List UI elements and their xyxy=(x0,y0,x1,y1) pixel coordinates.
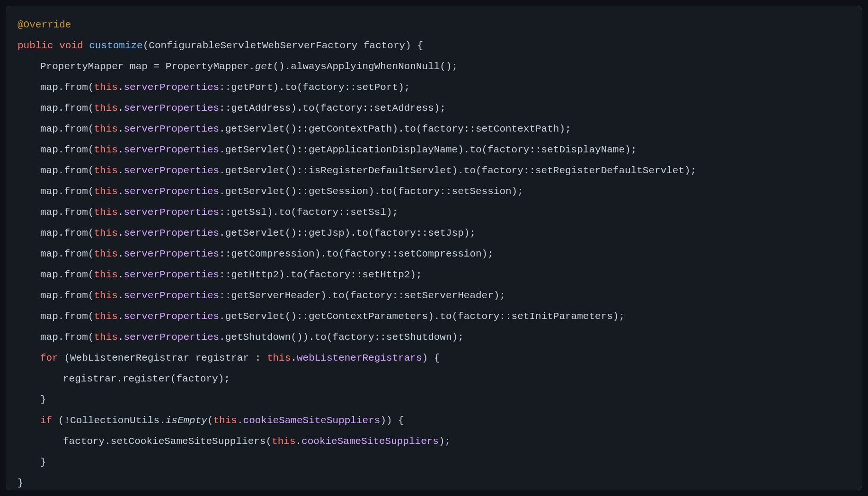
keyword-this: this xyxy=(94,311,117,322)
field-ref: serverProperties xyxy=(124,228,219,239)
field-ref: serverProperties xyxy=(124,165,219,176)
keyword-this: this xyxy=(94,332,117,343)
keyword-this: this xyxy=(94,207,117,218)
keyword-public: public xyxy=(18,40,53,51)
code-line: map.from(this.serverProperties::getServe… xyxy=(18,285,850,306)
keyword-this: this xyxy=(94,269,117,280)
code-line: map.from(this.serverProperties.getServle… xyxy=(18,306,850,327)
code-line: map.from(this.serverProperties.getShutdo… xyxy=(18,327,850,348)
code-line: @Override xyxy=(18,15,850,35)
field-ref: cookieSameSiteSuppliers xyxy=(243,415,381,426)
code-line: map.from(this.serverProperties::getSsl).… xyxy=(18,202,850,223)
annotation: @Override xyxy=(18,19,71,30)
code-line: for (WebListenerRegistrar registrar : th… xyxy=(18,348,850,369)
keyword-this: this xyxy=(213,415,237,426)
code-line: map.from(this.serverProperties.getServle… xyxy=(18,223,850,244)
field-ref: serverProperties xyxy=(124,207,219,218)
keyword-this: this xyxy=(94,82,117,93)
code-line: public void customize(ConfigurableServle… xyxy=(18,35,850,56)
code-line: map.from(this.serverProperties::getHttp2… xyxy=(18,265,850,285)
field-ref: serverProperties xyxy=(124,82,219,93)
keyword-this: this xyxy=(94,144,117,155)
field-ref: serverProperties xyxy=(124,269,219,280)
field-ref: serverProperties xyxy=(124,186,219,197)
code-block[interactable]: @Overridepublic void customize(Configura… xyxy=(6,6,862,490)
keyword-for: for xyxy=(40,353,58,363)
code-line: map.from(this.serverProperties::getAddre… xyxy=(18,98,850,119)
field-ref: serverProperties xyxy=(124,124,219,134)
code-line: map.from(this.serverProperties.getServle… xyxy=(18,140,850,160)
field-ref: serverProperties xyxy=(124,290,219,301)
field-ref: serverProperties xyxy=(124,144,219,155)
keyword-this: this xyxy=(267,353,291,363)
static-call: isEmpty xyxy=(166,415,207,426)
field-ref: serverProperties xyxy=(124,332,219,343)
keyword-this: this xyxy=(94,290,117,301)
keyword-if: if xyxy=(40,415,52,426)
keyword-this: this xyxy=(272,436,295,447)
code-line: } xyxy=(18,390,850,410)
field-ref: webListenerRegistrars xyxy=(297,353,422,363)
code-line: if (!CollectionUtils.isEmpty(this.cookie… xyxy=(18,410,850,431)
field-ref: serverProperties xyxy=(124,248,219,259)
keyword-this: this xyxy=(94,248,117,259)
params: (ConfigurableServletWebServerFactory fac… xyxy=(143,40,423,51)
method-name: customize xyxy=(89,40,142,51)
keyword-this: this xyxy=(94,124,117,134)
code-line: map.from(this.serverProperties::getCompr… xyxy=(18,244,850,265)
static-call: get xyxy=(255,61,273,72)
code-line: map.from(this.serverProperties::getPort)… xyxy=(18,77,850,98)
field-ref: serverProperties xyxy=(124,311,219,322)
code-line: } xyxy=(18,473,850,490)
field-ref: cookieSameSiteSuppliers xyxy=(301,436,439,447)
code-line: PropertyMapper map = PropertyMapper.get(… xyxy=(18,56,850,77)
code-line: } xyxy=(18,452,850,473)
code-line: map.from(this.serverProperties.getServle… xyxy=(18,119,850,140)
keyword-this: this xyxy=(94,228,117,239)
code-line: map.from(this.serverProperties.getServle… xyxy=(18,160,850,181)
keyword-this: this xyxy=(94,103,117,114)
field-ref: serverProperties xyxy=(124,103,219,114)
code-line: registrar.register(factory); xyxy=(18,369,850,390)
keyword-this: this xyxy=(94,165,117,176)
code-line: factory.setCookieSameSiteSuppliers(this.… xyxy=(18,431,850,452)
code-line: map.from(this.serverProperties.getServle… xyxy=(18,181,850,202)
keyword-void: void xyxy=(59,40,83,51)
keyword-this: this xyxy=(94,186,117,197)
